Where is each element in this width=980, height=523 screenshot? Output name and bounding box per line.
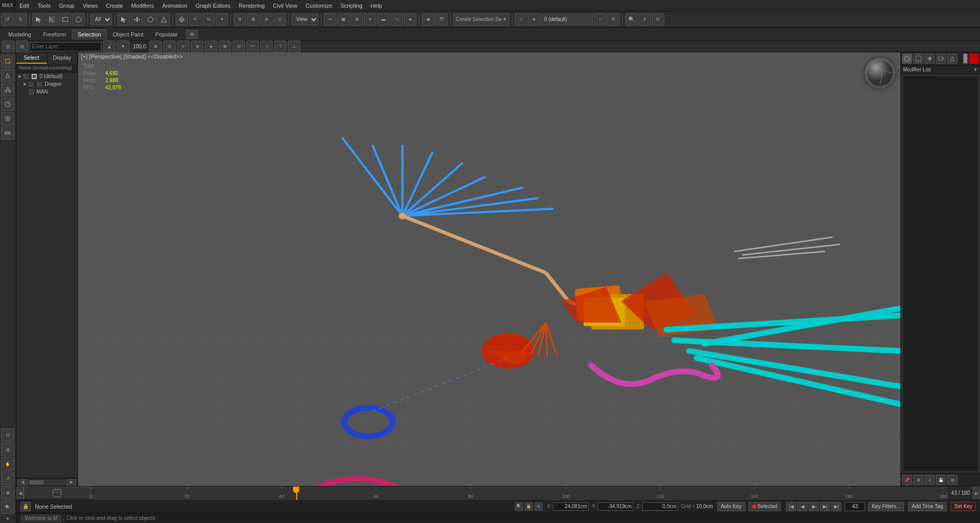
zoom-extents-button[interactable]: ⊡ — [1, 428, 14, 442]
percent-snap-button[interactable]: % — [202, 13, 215, 26]
right-icon-camera[interactable] — [936, 53, 946, 64]
modifier-list-area[interactable] — [902, 76, 978, 472]
select-tool-button[interactable] — [118, 13, 130, 26]
layer-number-down[interactable]: ▼ — [117, 41, 129, 53]
frame-number-input[interactable] — [844, 502, 865, 511]
menu-graph-editors[interactable]: Graph Editors — [191, 0, 235, 11]
schematic-button[interactable]: ◈ — [404, 13, 416, 26]
select-and-move-button[interactable] — [131, 13, 143, 26]
layer-btn-10[interactable]: ⊤ — [274, 41, 286, 53]
layer-btn-8[interactable]: ⊢ — [246, 41, 259, 53]
menu-edit[interactable]: Edit — [15, 0, 33, 11]
scene-item-layer[interactable]: ▶ ⬛ 🔳 0 (default) — [16, 72, 78, 80]
layer-btn-4[interactable]: ⊕ — [191, 41, 203, 53]
expand-tools-button[interactable]: ▲ — [1, 515, 14, 521]
layer-name-input[interactable] — [30, 42, 102, 51]
select-and-scale-button[interactable] — [158, 13, 170, 26]
modify-tab-button[interactable] — [1, 69, 14, 82]
search-button[interactable]: 🔍 — [625, 13, 638, 26]
extra-button-1[interactable]: ⧱ — [639, 13, 651, 26]
key-filters-button[interactable]: Key Filters... — [868, 502, 904, 511]
add-time-tag-button[interactable]: Add Time Tag — [908, 502, 947, 511]
nav-sphere[interactable] — [864, 58, 895, 88]
angle-snap-button[interactable]: ⟲ — [189, 13, 201, 26]
create-tab-button[interactable] — [1, 54, 14, 68]
pause-icon[interactable]: ⏸ — [913, 475, 924, 485]
scene-tab-display[interactable]: Display — [47, 52, 78, 64]
scroll-right-btn[interactable]: ▶ — [66, 479, 76, 485]
scene-item-man[interactable]: ▶ ⬛ MAN — [16, 88, 78, 96]
timeline-ruler[interactable]: 0 20 40 60 8 — [90, 487, 948, 500]
tab-object-paint[interactable]: Object Paint — [107, 29, 149, 40]
menu-help[interactable]: Help — [367, 0, 387, 11]
pin-stack-icon[interactable]: 📌 — [902, 475, 912, 485]
normal-align-button[interactable]: ⊠ — [247, 13, 259, 26]
spinner-snap-button[interactable]: ✦ — [216, 13, 228, 26]
xref-scene-button[interactable]: ⊕ — [528, 13, 541, 26]
tab-selection[interactable]: Selection — [72, 29, 106, 40]
create-selection-dropdown[interactable]: Create Selection Se ▼ — [453, 13, 509, 26]
status-icon-3[interactable]: ⊞ — [534, 502, 543, 511]
display-tab-button[interactable] — [1, 112, 14, 125]
settings-small-btn[interactable]: ⚙ — [186, 30, 198, 39]
toggle-button-1[interactable]: + — [594, 13, 606, 26]
right-icon-helper[interactable] — [947, 53, 957, 64]
right-icon-light[interactable] — [925, 53, 935, 64]
viewport[interactable]: X Y Z [+] [Perspective] [Shaded] <<Disab… — [78, 52, 900, 486]
checkmark-icon[interactable]: ✓ — [925, 475, 935, 485]
timeline-scroll-left[interactable]: ◀ — [16, 487, 24, 500]
align-button[interactable]: ⊟ — [234, 13, 246, 26]
scroll-left-btn[interactable]: ◀ — [17, 479, 28, 485]
material-editor-button[interactable]: ◉ — [422, 13, 434, 26]
render-setup-button[interactable]: 🎬 — [435, 13, 448, 26]
status-lock-icon[interactable]: 🔒 — [21, 502, 31, 511]
tab-populate[interactable]: Populate — [149, 29, 183, 40]
place-highlight-button[interactable]: ⊕ — [260, 13, 273, 26]
status-icon-1[interactable]: 🔍 — [515, 502, 523, 511]
select-circle-button[interactable] — [72, 13, 85, 26]
tab-freeform[interactable]: Freeform — [37, 29, 72, 40]
auto-key-button[interactable]: Auto Key — [717, 502, 745, 511]
floppy-icon[interactable]: 💾 — [936, 475, 946, 485]
layer-btn-9[interactable]: ⊣ — [260, 41, 273, 53]
next-frame-button[interactable]: ▶| — [820, 502, 830, 511]
menu-civil-view[interactable]: Civil View — [269, 0, 301, 11]
layer-btn-5[interactable]: ◈ — [205, 41, 217, 53]
layer-btn-1[interactable]: ⊞ — [149, 41, 162, 53]
filter-dropdown[interactable]: All — [90, 14, 112, 25]
menu-customize[interactable]: Customize — [301, 0, 336, 11]
play-button[interactable]: ▶ — [809, 502, 819, 511]
zoom-all-button[interactable]: ⊞ — [1, 443, 14, 456]
utilities-tab-button[interactable] — [1, 126, 14, 140]
welcome-btn[interactable]: Welcome to M — [21, 514, 62, 522]
menu-group[interactable]: Group — [55, 0, 79, 11]
menu-tools[interactable]: Tools — [33, 0, 55, 11]
layer-btn-7[interactable]: ⊡ — [233, 41, 245, 53]
color-swatch[interactable] — [963, 53, 968, 64]
frame-input[interactable] — [542, 14, 593, 25]
scene-item-dragon[interactable]: ▶ ⬛ ⬛ Dragon — [16, 80, 78, 88]
color-red-swatch[interactable] — [969, 53, 979, 64]
select-rect-button[interactable] — [59, 13, 71, 26]
layer-btn-6[interactable]: ⊠ — [219, 41, 231, 53]
extra-button-2[interactable]: ⊟ — [652, 13, 664, 26]
layer-btn-11[interactable]: ⊥ — [288, 41, 300, 53]
menu-views[interactable]: Views — [79, 0, 102, 11]
field-of-view-button[interactable]: ⊠ — [1, 486, 14, 499]
layer-btn-3[interactable]: ≡ — [177, 41, 189, 53]
select-object-button[interactable] — [32, 13, 45, 26]
goto-start-button[interactable]: |◀ — [786, 502, 796, 511]
layers-button[interactable]: ≡ — [364, 13, 376, 26]
y-input[interactable] — [598, 502, 633, 511]
undo-button[interactable]: ↺ — [1, 13, 13, 26]
pan-button[interactable]: ✋ — [1, 457, 14, 471]
isolate-select-button[interactable]: ◎ — [274, 13, 286, 26]
layer-number-up[interactable]: ▲ — [103, 41, 116, 53]
selected-button[interactable]: Selected — [748, 502, 781, 511]
open-explorer-button[interactable]: ⊞ — [351, 13, 363, 26]
menu-animation[interactable]: Animation — [158, 0, 191, 11]
hierarchy-tab-button[interactable] — [1, 83, 14, 97]
right-icon-sphere[interactable] — [902, 53, 912, 64]
redo-button[interactable]: ↻ — [14, 13, 27, 26]
view-dropdown[interactable]: View — [292, 14, 318, 25]
